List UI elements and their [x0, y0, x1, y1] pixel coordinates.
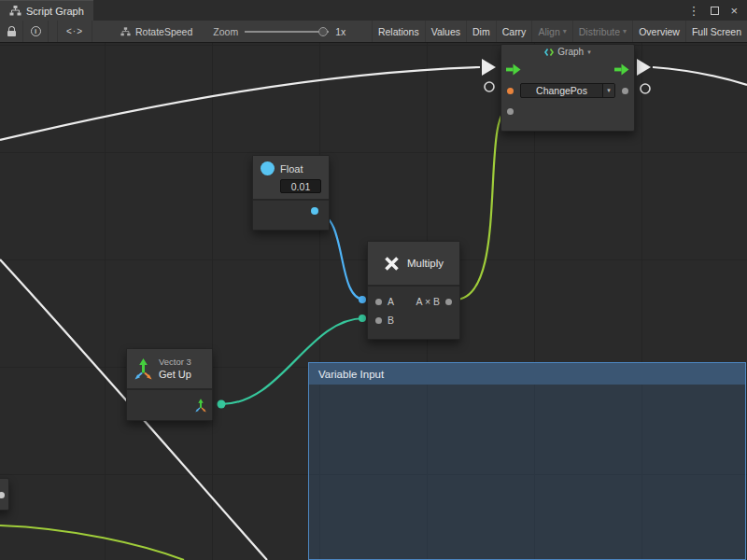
chevron-down-icon: ▾: [563, 27, 567, 35]
graph-name: RotateSpeed: [135, 26, 192, 37]
float-type-icon: [261, 161, 275, 175]
changepos-dropdown[interactable]: ChangePos ▾: [520, 83, 615, 98]
maximize-icon[interactable]: [711, 7, 719, 15]
value-output-port[interactable]: [622, 88, 628, 94]
tab-bar: Script Graph ⋮ ×: [0, 0, 747, 21]
vector-header: Vector 3 Get Up: [127, 349, 212, 388]
node-float[interactable]: Float 0.01: [252, 155, 330, 231]
multiply-ports: A A × B B: [368, 285, 459, 339]
lock-button[interactable]: [0, 21, 23, 42]
fullscreen-button[interactable]: Full Screen: [685, 21, 747, 42]
multiply-input-b-port[interactable]: [375, 317, 382, 324]
close-icon[interactable]: ×: [730, 4, 738, 18]
float-header: Float 0.01: [253, 156, 329, 199]
tab-script-graph[interactable]: Script Graph: [0, 0, 93, 21]
multiply-title: Multiply: [407, 258, 444, 269]
data-input-port[interactable]: [507, 108, 514, 115]
multiply-input-b-label: B: [388, 315, 394, 326]
zoom-slider[interactable]: [245, 31, 329, 33]
align-button[interactable]: Align ▾: [531, 21, 571, 42]
subgraph-title: Graph: [557, 47, 584, 57]
wire-multiply-to-graph[interactable]: [455, 107, 511, 300]
float-ports: [253, 199, 329, 230]
vector3-output-icon[interactable]: [195, 399, 206, 413]
group-variable-input[interactable]: Variable Input: [308, 362, 746, 560]
multiply-input-a-label: A: [388, 296, 394, 307]
info-icon: i: [31, 26, 41, 36]
distribute-button[interactable]: Distribute ▾: [572, 21, 632, 42]
subgraph-flow-row: [501, 59, 634, 80]
connection-ring-right[interactable]: [641, 84, 650, 93]
vector3-icon: [134, 358, 152, 380]
value-input-port[interactable]: [507, 88, 514, 94]
align-label: Align: [538, 26, 559, 37]
multiply-a-connection-dot[interactable]: [359, 296, 366, 303]
node-offscreen-stub[interactable]: [0, 478, 9, 511]
stub-output-port[interactable]: [0, 492, 5, 498]
float-title: Float: [280, 163, 303, 175]
info-button[interactable]: i: [23, 21, 49, 42]
node-vector3-get-up[interactable]: Vector 3 Get Up: [126, 348, 213, 421]
kebab-menu-icon[interactable]: ⋮: [687, 4, 699, 18]
tabbar-spacer: [93, 0, 679, 21]
zoom-label: Zoom: [213, 26, 238, 37]
multiply-b-connection-dot[interactable]: [359, 315, 366, 322]
wire-flow-out[interactable]: [653, 67, 747, 85]
zoom-value: 1x: [335, 26, 345, 37]
node-multiply[interactable]: Multiply A A × B B: [367, 241, 460, 340]
float-output-port[interactable]: [311, 207, 318, 215]
lock-icon: [7, 26, 16, 36]
multiply-output-port[interactable]: [445, 299, 452, 305]
flow-in-port[interactable]: [506, 63, 521, 76]
code-icon: <·>: [66, 26, 83, 36]
toolbar-buttons: Relations Values Dim Carry Align ▾ Distr…: [372, 21, 747, 42]
float-value-field[interactable]: 0.01: [280, 179, 321, 193]
overview-button[interactable]: Overview: [632, 21, 685, 42]
zoom-thumb[interactable]: [318, 27, 328, 36]
carry-button[interactable]: Carry: [496, 21, 532, 42]
subgraph-value-row: ChangePos ▾: [501, 80, 634, 101]
subgraph-extra-row: [501, 101, 634, 121]
chevron-down-icon: ▾: [587, 49, 591, 56]
chevron-down-icon: ▾: [623, 27, 627, 35]
graph-icon: [544, 48, 554, 57]
vector-output-connection-dot[interactable]: [218, 400, 226, 409]
zoom-control: Zoom 1x: [213, 26, 345, 37]
multiply-icon: [384, 256, 400, 272]
relations-button[interactable]: Relations: [372, 21, 425, 42]
multiply-input-a-port[interactable]: [375, 299, 382, 305]
vector-ports: [127, 388, 212, 420]
script-graph-window: Script Graph ⋮ × i <·> Ro: [0, 0, 747, 560]
graph-breadcrumb[interactable]: RotateSpeed: [120, 26, 192, 37]
flow-out-port[interactable]: [614, 63, 629, 76]
graph-asset-icon: [120, 27, 131, 36]
vector-action-label: Get Up: [159, 368, 191, 381]
values-button[interactable]: Values: [425, 21, 466, 42]
subgraph-header[interactable]: Graph ▾: [501, 45, 634, 59]
graph-canvas[interactable]: Variable Input: [0, 43, 747, 560]
chevron-down-icon: ▾: [602, 84, 614, 97]
connection-ring-left[interactable]: [485, 82, 494, 91]
tab-label: Script Graph: [26, 6, 84, 17]
changepos-dropdown-value: ChangePos: [521, 85, 602, 96]
flow-arrowhead-in: [482, 59, 496, 76]
distribute-label: Distribute: [579, 26, 620, 37]
vector-type-label: Vector 3: [159, 357, 191, 368]
multiply-output-label: A × B: [416, 296, 440, 307]
node-changepos-graph[interactable]: Graph ▾ ChangePos ▾: [500, 44, 635, 132]
wire-flow-in[interactable]: [0, 67, 480, 140]
insert-node-button[interactable]: <·>: [57, 21, 92, 42]
dim-button[interactable]: Dim: [466, 21, 496, 42]
graph-toolbar: i <·> RotateSpeed Zoom 1x Relations Valu…: [0, 21, 747, 43]
flow-arrowhead-out: [637, 59, 651, 76]
multiply-header: Multiply: [368, 242, 459, 285]
window-controls: ⋮ ×: [678, 0, 747, 21]
script-graph-icon: [9, 6, 21, 16]
group-title[interactable]: Variable Input: [309, 363, 745, 385]
wire-bottom-green[interactable]: [0, 525, 184, 560]
